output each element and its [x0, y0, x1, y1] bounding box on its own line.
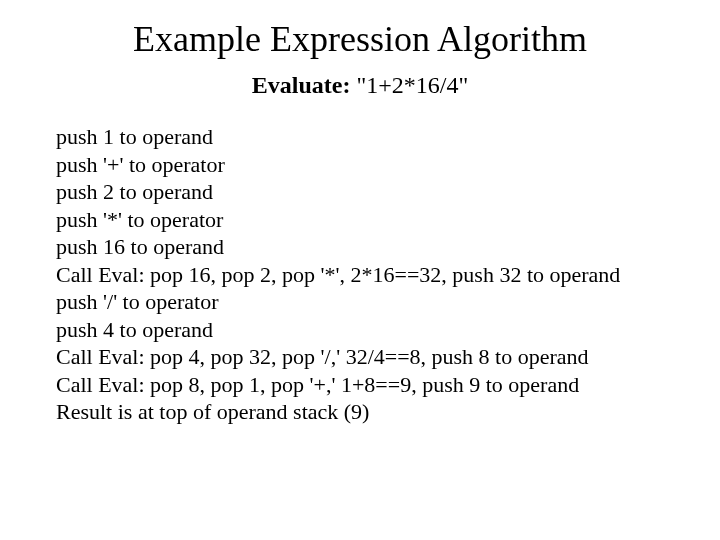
- step-line: Result is at top of operand stack (9): [56, 398, 700, 426]
- step-line: Call Eval: pop 16, pop 2, pop '*', 2*16=…: [56, 261, 700, 289]
- subtitle-label: Evaluate:: [252, 72, 351, 98]
- step-line: push '+' to operator: [56, 151, 700, 179]
- step-line: push 2 to operand: [56, 178, 700, 206]
- step-line: push 16 to operand: [56, 233, 700, 261]
- slide: Example Expression Algorithm Evaluate: "…: [0, 0, 720, 540]
- step-line: push '*' to operator: [56, 206, 700, 234]
- step-line: Call Eval: pop 8, pop 1, pop '+,' 1+8==9…: [56, 371, 700, 399]
- step-line: push 1 to operand: [56, 123, 700, 151]
- slide-title: Example Expression Algorithm: [0, 18, 720, 60]
- step-line: Call Eval: pop 4, pop 32, pop '/,' 32/4=…: [56, 343, 700, 371]
- subtitle-expression: "1+2*16/4": [356, 72, 468, 98]
- step-line: push '/' to operator: [56, 288, 700, 316]
- steps-list: push 1 to operand push '+' to operator p…: [0, 123, 720, 426]
- slide-subtitle: Evaluate: "1+2*16/4": [0, 72, 720, 99]
- step-line: push 4 to operand: [56, 316, 700, 344]
